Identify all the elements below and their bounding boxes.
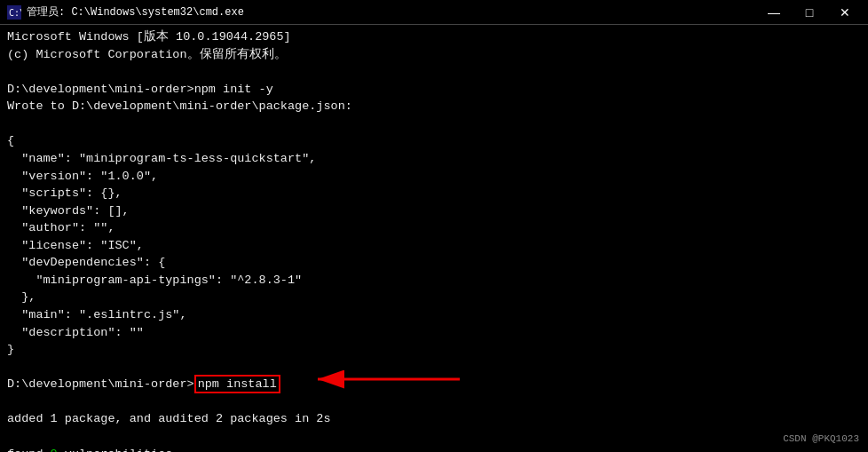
terminal-line-15: "miniprogram-api-typings": "^2.8.3-1" [7, 272, 861, 289]
terminal-line-2: (c) Microsoft Corporation。保留所有权利。 [7, 46, 861, 64]
title-bar: C:\ 管理员: C:\Windows\system32\cmd.exe — □… [0, 0, 868, 25]
terminal-line-19: } [7, 341, 861, 359]
terminal-line-17: "main": ".eslintrc.js", [7, 306, 861, 324]
terminal-line-25: found 0 vulnerabilities [7, 446, 861, 453]
terminal-line-13: "license": "ISC", [7, 237, 861, 255]
minimize-button[interactable]: — [758, 3, 790, 22]
terminal-line-7: { [7, 132, 861, 150]
cmd-icon: C:\ [7, 5, 21, 20]
npm-install-highlight: npm install [194, 375, 280, 393]
terminal-line-16: }, [7, 289, 861, 306]
terminal-line-5: Wrote to D:\development\mini-order\packa… [7, 98, 861, 115]
svg-text:C:\: C:\ [9, 8, 21, 18]
npm-install-row: D:\development\mini-order>npm install [7, 376, 861, 393]
close-button[interactable]: ✕ [829, 3, 861, 22]
terminal-line-11: "keywords": [], [7, 202, 861, 220]
red-arrow [309, 363, 469, 395]
watermark: CSDN @PKQ1023 [783, 432, 859, 447]
terminal-line-4: D:\development\mini-order>npm init -y [7, 81, 861, 99]
terminal-line-24 [7, 428, 861, 446]
terminal-line-22 [7, 393, 861, 411]
terminal-line-14: "devDependencies": { [7, 254, 861, 272]
title-bar-controls: — □ ✕ [758, 3, 861, 22]
terminal-line-12: "author": "", [7, 219, 861, 237]
terminal-line-1: Microsoft Windows [版本 10.0.19044.2965] [7, 28, 861, 46]
terminal-line-8: "name": "miniprogram-ts-less-quickstart"… [7, 150, 861, 168]
terminal-line-9: "version": "1.0.0", [7, 168, 861, 186]
terminal-body[interactable]: Microsoft Windows [版本 10.0.19044.2965] (… [0, 25, 868, 452]
title-bar-left: C:\ 管理员: C:\Windows\system32\cmd.exe [7, 4, 244, 20]
title-text: 管理员: C:\Windows\system32\cmd.exe [27, 4, 244, 20]
vuln-count: 0 [51, 448, 58, 453]
terminal-line-3 [7, 63, 861, 81]
terminal-line-6 [7, 115, 861, 133]
maximize-button[interactable]: □ [793, 3, 825, 22]
terminal-line-18: "description": "" [7, 324, 861, 342]
terminal-line-23: added 1 package, and audited 2 packages … [7, 410, 861, 428]
terminal-line-21: D:\development\mini-order>npm install [7, 376, 280, 393]
terminal-line-10: "scripts": {}, [7, 185, 861, 202]
